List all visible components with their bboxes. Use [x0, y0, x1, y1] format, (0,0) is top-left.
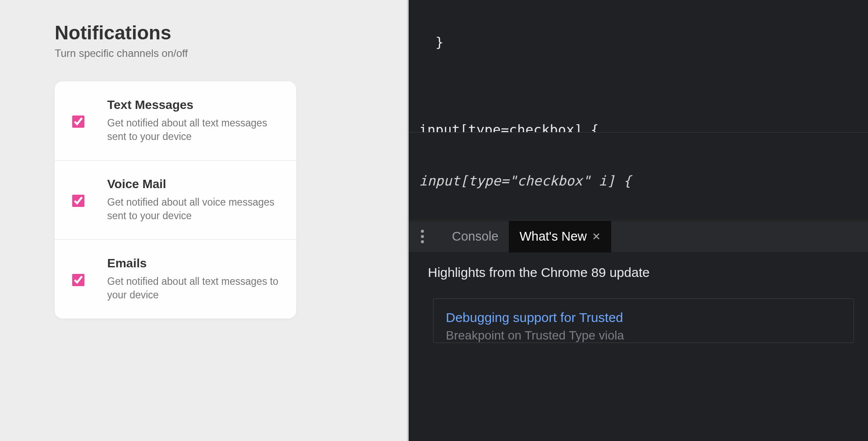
devtools-panel: } input[type=checkbox] { width: var(--sp… [409, 0, 868, 441]
close-icon[interactable]: ✕ [592, 231, 601, 243]
tab-label: What's New [519, 229, 587, 244]
css-selector: input[type="checkbox" i] { [419, 172, 631, 189]
channel-row-text-messages: Text Messages Get notified about all tex… [55, 81, 296, 161]
channel-row-emails: Emails Get notified about all text messa… [55, 240, 296, 318]
checkbox-text-messages[interactable] [72, 116, 84, 128]
whats-new-heading: Highlights from the Chrome 89 update [428, 265, 854, 280]
settings-page: Notifications Turn specific channels on/… [0, 0, 407, 441]
channel-description: Get notified about all text messages to … [107, 275, 282, 302]
styles-rule-block[interactable]: } input[type=checkbox] { width: var(--sp… [409, 0, 868, 133]
channel-row-voice-mail: Voice Mail Get notified about all voice … [55, 161, 296, 240]
css-selector[interactable]: input[type=checkbox] { [419, 121, 599, 133]
page-title: Notifications [55, 22, 352, 44]
checkbox-emails[interactable] [72, 274, 84, 286]
whats-new-card-title: Debugging support for Trusted [446, 310, 841, 325]
channel-title: Text Messages [107, 98, 282, 112]
drawer-tabbar: Console What's New ✕ [409, 220, 868, 252]
page-subtitle: Turn specific channels on/off [55, 47, 352, 60]
channel-title: Emails [107, 256, 282, 270]
whats-new-card-subtitle: Breakpoint on Trusted Type viola [446, 329, 841, 343]
whats-new-panel: Highlights from the Chrome 89 update Deb… [409, 252, 868, 441]
styles-useragent-block: input[type="checkbox" i] { background-co… [409, 133, 868, 220]
channel-description: Get notified about all voice messages se… [107, 196, 282, 223]
channel-title: Voice Mail [107, 177, 282, 191]
tab-whats-new[interactable]: What's New ✕ [509, 221, 611, 252]
whats-new-card[interactable]: Debugging support for Trusted Breakpoint… [433, 298, 854, 343]
kebab-menu-icon[interactable] [419, 228, 426, 245]
checkbox-voice-mail[interactable] [72, 195, 84, 207]
channel-description: Get notified about all text messages sen… [107, 116, 282, 144]
styles-closing-brace: } [419, 33, 868, 51]
notifications-card: Text Messages Get notified about all tex… [55, 81, 296, 318]
tab-console[interactable]: Console [441, 221, 509, 252]
